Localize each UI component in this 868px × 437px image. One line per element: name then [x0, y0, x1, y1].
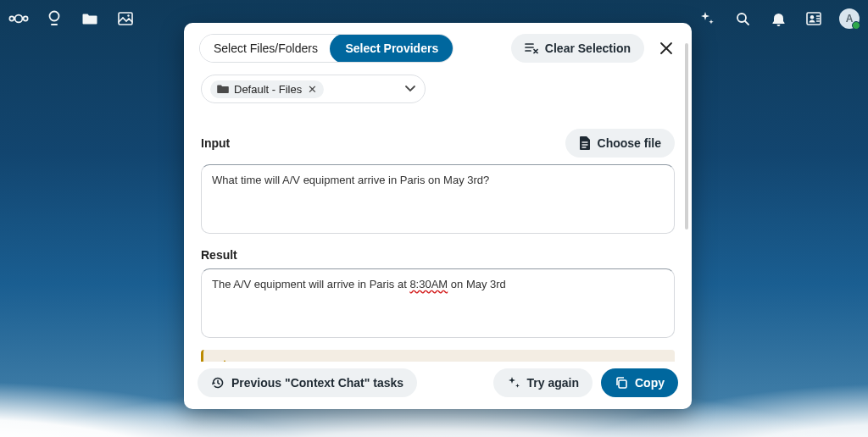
svg-rect-5: [119, 13, 132, 25]
clear-selection-button[interactable]: Clear Selection: [511, 34, 644, 63]
try-again-button[interactable]: Try again: [493, 368, 593, 397]
result-header-row: Result: [201, 248, 675, 262]
assistant-modal: Select Files/Folders Select Providers Cl…: [184, 23, 692, 409]
history-icon: [211, 376, 225, 390]
modal-header: Select Files/Folders Select Providers Cl…: [184, 23, 692, 71]
choose-file-label: Choose file: [598, 136, 661, 150]
avatar-initial: A: [846, 13, 854, 25]
svg-point-0: [15, 15, 23, 23]
copy-label: Copy: [635, 376, 665, 390]
assistant-icon[interactable]: [44, 8, 64, 29]
svg-point-1: [9, 16, 14, 20]
notifications-icon[interactable]: [768, 8, 788, 29]
close-button[interactable]: [654, 36, 678, 60]
topbar-left: [8, 8, 136, 29]
tab-select-providers[interactable]: Select Providers: [330, 34, 453, 63]
provider-select-row: Default - Files ✕: [201, 75, 675, 103]
clear-selection-icon: [525, 42, 538, 54]
files-icon[interactable]: [80, 8, 100, 29]
sparkles-icon: [507, 376, 520, 390]
result-text-suffix: on May 3rd: [448, 278, 506, 290]
modal-body: Default - Files ✕ Input Choose file Resu: [184, 71, 692, 362]
footer-actions: Try again Copy: [493, 368, 678, 397]
copy-icon: [615, 376, 628, 390]
result-textbox[interactable]: The A/V equipment will arrive in Paris a…: [201, 268, 675, 338]
try-again-label: Try again: [527, 376, 579, 390]
svg-point-2: [24, 16, 28, 20]
copy-button[interactable]: Copy: [601, 368, 678, 397]
topbar-right: A: [697, 8, 860, 29]
input-textarea[interactable]: [201, 164, 675, 234]
input-header-row: Input Choose file: [201, 129, 675, 158]
search-icon[interactable]: [732, 8, 753, 29]
tab-switcher: Select Files/Folders Select Providers: [199, 34, 453, 63]
svg-point-6: [127, 14, 129, 16]
close-icon: [659, 41, 673, 55]
chevron-down-icon: [404, 85, 416, 93]
file-icon: [579, 136, 591, 150]
avatar[interactable]: A: [839, 8, 860, 29]
svg-rect-10: [619, 380, 626, 388]
result-time: 8:30AM: [409, 278, 448, 290]
input-label: Input: [201, 136, 230, 150]
photos-icon[interactable]: [115, 8, 136, 29]
svg-rect-4: [51, 24, 58, 25]
result-text-prefix: The A/V equipment will arrive in Paris a…: [212, 278, 409, 290]
previous-tasks-label: Previous "Context Chat" tasks: [231, 376, 403, 390]
contacts-icon[interactable]: [804, 8, 824, 29]
clear-selection-label: Clear Selection: [545, 41, 631, 55]
previous-tasks-button[interactable]: Previous "Context Chat" tasks: [198, 368, 417, 397]
folder-icon: [217, 84, 229, 94]
provider-chip: Default - Files ✕: [210, 80, 324, 98]
choose-file-button[interactable]: Choose file: [565, 129, 675, 158]
sparkle-icon[interactable]: [697, 8, 717, 29]
ai-warning-banner: This output was generated by AI. Make su…: [201, 350, 675, 362]
modal-footer: Previous "Context Chat" tasks Try again …: [184, 362, 692, 409]
svg-point-9: [810, 15, 814, 19]
svg-point-3: [50, 12, 59, 21]
chip-remove-icon[interactable]: ✕: [307, 83, 317, 96]
provider-chip-label: Default - Files: [234, 83, 302, 96]
modal-scrollbar[interactable]: [685, 43, 688, 230]
tab-select-files-folders[interactable]: Select Files/Folders: [200, 35, 331, 62]
provider-select[interactable]: Default - Files ✕: [201, 75, 426, 103]
app-logo-icon[interactable]: [8, 8, 29, 29]
result-label: Result: [201, 248, 237, 262]
